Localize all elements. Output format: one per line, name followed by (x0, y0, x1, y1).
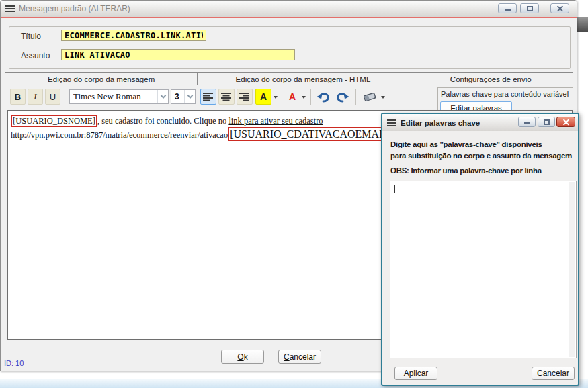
edit-keywords-dialog: Editar palavras chave Digite aqui as "pa… (381, 113, 579, 386)
maximize-icon (544, 119, 550, 125)
maximize-button[interactable] (520, 3, 539, 13)
editor-text: , seu cadastro foi concluido. Clique no (97, 116, 228, 126)
maximize-icon (527, 6, 533, 11)
align-center-button[interactable] (218, 89, 235, 105)
dialog-cancel-button[interactable]: Cancelar (532, 367, 575, 380)
editor-url-text: http://vpn.pwi.com.br:8787/matria/ecomme… (11, 130, 228, 140)
align-left-button[interactable] (200, 89, 216, 105)
assunto-input[interactable] (61, 49, 295, 60)
titulo-input[interactable] (61, 30, 206, 41)
tab-edicao-corpo[interactable]: Edição do corpo da mensagem (5, 73, 198, 85)
dialog-maximize-button[interactable] (538, 117, 555, 127)
record-id-link[interactable]: ID: 10 (4, 359, 24, 367)
toolbar-separator (65, 89, 65, 105)
tab-edicao-corpo-html[interactable]: Edição do corpo da mensagem - HTML (198, 73, 409, 85)
minimize-button[interactable] (498, 3, 517, 13)
caret-down-icon[interactable] (274, 96, 278, 99)
keyword-annotation-box: [USUARIO_CDATIVACAOEMAIL] (228, 127, 394, 141)
highlight-color-button[interactable]: A (255, 89, 271, 105)
align-right-icon (239, 92, 250, 101)
underline-button[interactable]: U (45, 89, 60, 105)
align-right-button[interactable] (237, 89, 253, 105)
font-family-value: Times New Roman (70, 91, 157, 102)
toolbar-separator (355, 89, 356, 105)
dialog-instruction-line-1: Digite aqui as "palavras-chave" disponív… (390, 139, 542, 150)
minimize-icon (505, 9, 511, 11)
menu-icon[interactable] (387, 119, 396, 126)
chevron-down-icon[interactable] (157, 90, 168, 103)
keywords-panel-label: Palavras-chave para conteúdo variável (441, 90, 569, 98)
cancel-button[interactable]: Cancelar (278, 350, 321, 364)
undo-button[interactable] (315, 89, 331, 105)
chevron-down-icon[interactable] (184, 90, 195, 103)
keywords-textarea-frame (390, 181, 577, 358)
caret-down-icon[interactable] (381, 96, 385, 99)
undo-arrow-icon (317, 91, 331, 103)
tab-configuracoes-envio[interactable]: Configurações de envio (409, 73, 573, 85)
close-button[interactable] (550, 3, 569, 13)
keywords-textarea[interactable] (390, 181, 576, 358)
dialog-title: Editar palavras chave (401, 119, 480, 127)
main-titlebar[interactable]: Mensagem padrão (ALTERAR) (1, 1, 577, 17)
apply-button[interactable]: Aplicar (394, 367, 437, 380)
dialog-minimize-button[interactable] (518, 117, 536, 127)
dialog-obs-line: OBS: Informar uma palavra-chave por linh… (390, 165, 542, 177)
tab-bar: Edição do corpo da mensagem Edição do co… (5, 72, 573, 85)
align-center-icon (221, 92, 232, 101)
italic-button[interactable]: I (28, 89, 43, 105)
scrollbar-track[interactable] (569, 182, 575, 357)
font-size-value: 3 (171, 92, 184, 101)
editor-underlined-text: link para ativar seu cadastro (228, 116, 323, 126)
font-color-button[interactable]: A (286, 89, 299, 105)
font-family-select[interactable]: Times New Roman (69, 89, 169, 104)
align-left-icon (203, 92, 214, 101)
redo-arrow-icon (335, 91, 349, 103)
dialog-close-button[interactable] (556, 117, 575, 127)
eraser-icon (362, 91, 377, 102)
assunto-label: Assunto (21, 51, 50, 60)
titlebar-accent-line (1, 17, 577, 18)
toolbar-separator (310, 89, 311, 105)
ok-button[interactable]: Ok (221, 350, 264, 364)
font-size-select[interactable]: 3 (171, 89, 196, 104)
toolbar-divider (433, 86, 433, 110)
minimize-icon (524, 122, 530, 124)
bold-button[interactable]: B (10, 89, 26, 105)
keyword-annotation-box: [USUARIO_DSNOME] (11, 115, 97, 127)
titulo-label: Título (21, 32, 41, 41)
window-title: Mensagem padrão (ALTERAR) (19, 4, 130, 13)
eraser-button[interactable] (361, 89, 378, 105)
dialog-instruction-line-2: para substituição no corpo e assunto da … (390, 150, 572, 162)
redo-button[interactable] (334, 89, 350, 105)
text-caret-icon (394, 185, 395, 193)
dialog-titlebar[interactable]: Editar palavras chave (382, 114, 578, 131)
menu-icon[interactable] (5, 5, 15, 12)
caret-down-icon[interactable] (302, 96, 306, 99)
